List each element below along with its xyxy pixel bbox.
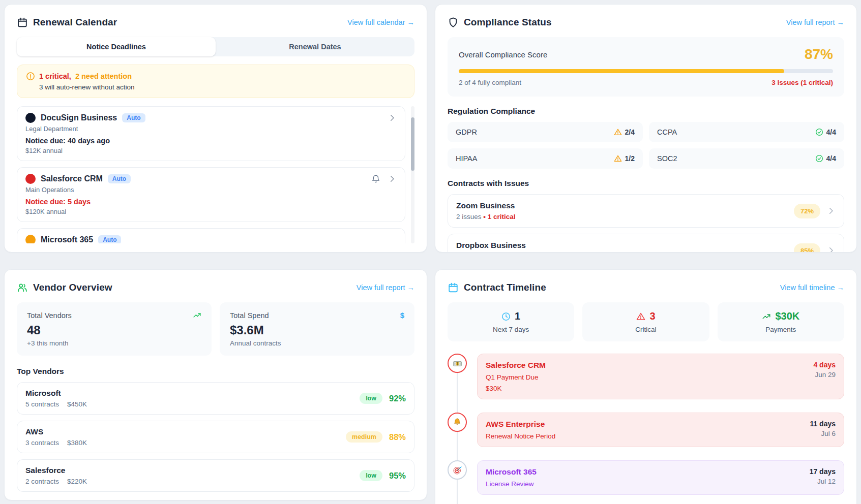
tab-renewal-dates[interactable]: Renewal Dates bbox=[216, 37, 414, 56]
page-title: Renewal Calendar bbox=[33, 17, 117, 28]
vendor-contracts: 3 contracts bbox=[25, 439, 59, 447]
notice-due-text: Notice due: 5 days bbox=[25, 198, 397, 206]
timeline-contract-name: Microsoft 365 bbox=[486, 467, 836, 477]
tab-notice-deadlines[interactable]: Notice Deadlines bbox=[17, 37, 216, 56]
renewal-list-scrollbar[interactable] bbox=[411, 106, 414, 243]
vendor-spend: $450K bbox=[67, 400, 87, 408]
issues-count-text: 3 issues (1 critical) bbox=[771, 79, 833, 86]
renewal-item-microsoft[interactable]: Microsoft 365 Auto bbox=[17, 228, 405, 243]
stat-label: Total Spend bbox=[230, 311, 269, 320]
compliance-pct-badge: 72% bbox=[794, 204, 820, 218]
vendor-name: AWS bbox=[25, 427, 87, 436]
stat-value: 3 bbox=[649, 310, 655, 322]
chevron-right-icon[interactable] bbox=[826, 246, 836, 253]
auto-badge: Auto bbox=[122, 113, 145, 122]
warning-triangle-icon bbox=[614, 154, 622, 163]
contract-name: DocuSign Business bbox=[41, 113, 117, 122]
issue-critical-count: • 1 critical bbox=[483, 213, 515, 220]
timeline-header: Contract Timeline View full timeline → bbox=[448, 282, 844, 293]
timeline-event-type: Q1 Payment Due bbox=[486, 373, 836, 381]
calendar-icon bbox=[448, 282, 459, 293]
regulation-score: 2/4 bbox=[625, 128, 635, 136]
timeline-item-microsoft[interactable]: Microsoft 365 License Review 17 days Jul… bbox=[448, 460, 844, 495]
total-vendors-stat: Total Vendors 48 +3 this month bbox=[17, 302, 212, 356]
regulation-name: CCPA bbox=[657, 128, 677, 136]
check-circle-icon bbox=[815, 154, 823, 163]
stat-label: Next 7 days bbox=[456, 326, 566, 333]
renewal-item-salesforce[interactable]: Salesforce CRM Auto Main Operations Noti… bbox=[17, 167, 405, 222]
contract-department: Legal Department bbox=[25, 125, 397, 133]
compliance-header: Compliance Status View full report → bbox=[448, 17, 844, 28]
issue-card-zoom[interactable]: Zoom Business 2 issues • 1 critical 72% bbox=[448, 194, 844, 228]
timeline-event-type: Renewal Notice Period bbox=[486, 432, 836, 440]
renewal-item-docusign[interactable]: DocuSign Business Auto Legal Department … bbox=[17, 106, 405, 161]
vendor-stats: Total Vendors 48 +3 this month Total Spe… bbox=[17, 302, 414, 356]
compliance-pct-badge: 85% bbox=[794, 243, 820, 253]
timeline-amount: $30K bbox=[486, 385, 836, 392]
compliance-status-panel: Compliance Status View full report → Ove… bbox=[435, 4, 857, 253]
vendor-performance-pct: 92% bbox=[389, 394, 406, 403]
contract-amount: $120K annual bbox=[25, 208, 397, 215]
users-icon bbox=[17, 282, 28, 293]
vendor-overview-panel: Vendor Overview View full report → Total… bbox=[4, 269, 427, 500]
view-full-report-link[interactable]: View full report → bbox=[786, 18, 844, 26]
top-vendors-title: Top Vendors bbox=[17, 367, 414, 376]
chevron-right-icon[interactable] bbox=[826, 206, 836, 215]
vendor-spend: $220K bbox=[67, 478, 87, 485]
event-date: Jul 6 bbox=[810, 430, 836, 437]
issue-card-dropbox[interactable]: Dropbox Business 1 issue 85% bbox=[448, 234, 844, 253]
vendor-contracts: 5 contracts bbox=[25, 400, 59, 408]
vendor-row-salesforce[interactable]: Salesforce 2 contracts $220K low 95% bbox=[17, 459, 414, 492]
trending-up-icon bbox=[193, 311, 201, 320]
issue-contract-name: Zoom Business bbox=[456, 201, 516, 210]
view-full-timeline-link[interactable]: View full timeline → bbox=[780, 284, 844, 292]
bell-icon[interactable] bbox=[371, 174, 380, 183]
compliance-progress-bar bbox=[459, 69, 833, 73]
issue-contract-name: Dropbox Business bbox=[456, 241, 526, 250]
bell-icon bbox=[448, 413, 467, 432]
view-full-report-link[interactable]: View full report → bbox=[357, 284, 414, 292]
contract-name: Microsoft 365 bbox=[41, 235, 93, 243]
page-title: Compliance Status bbox=[464, 17, 552, 28]
chevron-right-icon[interactable] bbox=[388, 174, 397, 183]
chevron-right-icon[interactable] bbox=[388, 113, 397, 122]
regulation-row-soc2: SOC2 4/4 bbox=[649, 148, 844, 169]
target-icon bbox=[448, 460, 467, 480]
timeline-item-aws[interactable]: AWS Enterprise Renewal Notice Period 11 … bbox=[448, 413, 844, 447]
renewal-tabs: Notice Deadlines Renewal Dates bbox=[17, 37, 414, 56]
vendor-name: Microsoft bbox=[25, 389, 87, 398]
risk-badge: low bbox=[360, 393, 382, 404]
alert-attention-text: 2 need attention bbox=[75, 72, 132, 80]
stat-value: 48 bbox=[27, 323, 201, 337]
renewal-calendar-header: Renewal Calendar View full calendar → bbox=[17, 17, 414, 28]
stat-label: Critical bbox=[590, 326, 701, 333]
contracts-with-issues-title: Contracts with Issues bbox=[448, 179, 844, 188]
vendor-spend: $380K bbox=[67, 439, 87, 447]
renewal-alert-banner: 1 critical, 2 need attention 3 will auto… bbox=[17, 65, 414, 98]
vendor-row-microsoft[interactable]: Microsoft 5 contracts $450K low 92% bbox=[17, 382, 414, 415]
regulation-row-hipaa: HIPAA 1/2 bbox=[448, 148, 643, 169]
timeline-stats: 1 Next 7 days 3 Critical $30K Payments bbox=[448, 302, 844, 341]
vendor-name: Salesforce bbox=[25, 466, 87, 475]
auto-badge: Auto bbox=[108, 174, 131, 183]
next-7-days-stat: 1 Next 7 days bbox=[448, 302, 574, 341]
calendar-icon bbox=[17, 17, 28, 28]
regulation-score: 4/4 bbox=[826, 154, 836, 163]
vendor-logo-docusign bbox=[25, 113, 36, 123]
check-circle-icon bbox=[815, 128, 823, 136]
contract-department: Main Operations bbox=[25, 186, 397, 194]
issue-count: 2 issues bbox=[456, 213, 483, 220]
view-full-calendar-link[interactable]: View full calendar → bbox=[347, 18, 414, 26]
regulation-score: 1/2 bbox=[625, 154, 635, 163]
vendor-logo-salesforce bbox=[25, 174, 36, 184]
score-label: Overall Compliance Score bbox=[459, 50, 547, 59]
compliance-progress-fill bbox=[459, 69, 784, 73]
days-remaining: 4 days bbox=[813, 361, 836, 369]
vendor-row-aws[interactable]: AWS 3 contracts $380K medium 88% bbox=[17, 421, 414, 453]
timeline-item-salesforce[interactable]: $ Salesforce CRM Q1 Payment Due $30K 4 d… bbox=[448, 354, 844, 399]
stat-label: Payments bbox=[726, 326, 836, 333]
regulation-name: SOC2 bbox=[657, 154, 677, 163]
scrollbar-thumb[interactable] bbox=[411, 117, 414, 171]
vendor-contracts: 2 contracts bbox=[25, 478, 59, 485]
warning-triangle-icon bbox=[636, 312, 645, 321]
